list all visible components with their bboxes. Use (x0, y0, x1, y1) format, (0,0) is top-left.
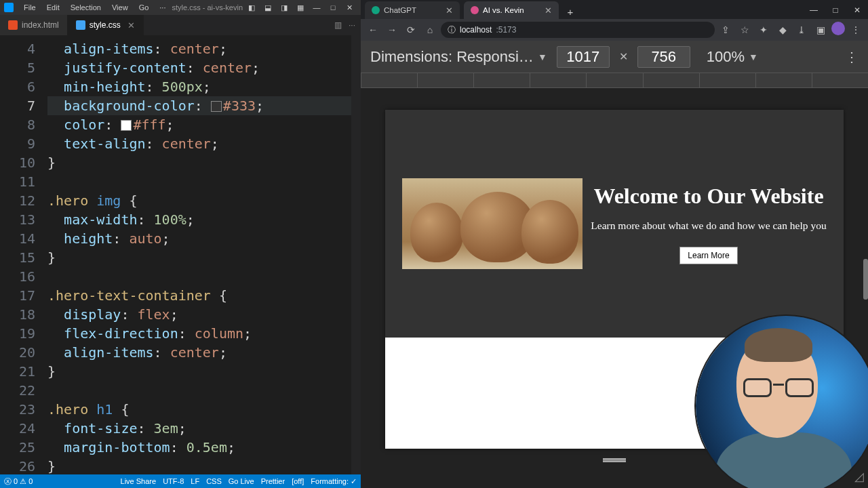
learn-more-button[interactable]: Learn More (679, 247, 737, 264)
chrome-close-icon[interactable]: ✕ (846, 1, 868, 19)
profile-avatar[interactable] (831, 22, 845, 35)
status-item[interactable]: [off] (292, 477, 304, 486)
editor-tab[interactable]: index.html (0, 15, 68, 35)
status-item[interactable]: UTF-8 (163, 477, 184, 486)
tab-label: index.html (22, 20, 59, 30)
dimensions-label[interactable]: Dimensions: Responsi… (370, 48, 534, 66)
line-number: 10 (0, 153, 35, 172)
minimize-icon[interactable]: ― (309, 1, 324, 14)
status-item[interactable]: CSS (206, 477, 222, 486)
status-item[interactable]: LF (191, 477, 199, 486)
code-line[interactable]: .hero img { (47, 191, 351, 210)
bookmark-icon[interactable]: ☆ (736, 22, 753, 38)
code-line[interactable]: } (47, 362, 351, 381)
devtools-resize-icon[interactable]: ◿ (854, 469, 864, 484)
code-line[interactable]: max-width: 100%; (47, 210, 351, 229)
code-line[interactable]: color: #fff; (47, 115, 351, 134)
code-line[interactable]: font-size: 3em; (47, 419, 351, 438)
line-number: 14 (0, 229, 35, 248)
menu-file[interactable]: File (19, 2, 41, 13)
forward-button[interactable]: → (384, 22, 400, 38)
code-line[interactable]: display: flex; (47, 305, 351, 324)
line-number: 9 (0, 134, 35, 153)
browser-tab[interactable]: ChatGPT✕ (365, 1, 460, 19)
code-line[interactable]: height: auto; (47, 229, 351, 248)
code-line[interactable]: flex-direction: column; (47, 324, 351, 343)
menu-view[interactable]: View (107, 2, 133, 13)
address-bar: ← → ⟳ ⌂ ⓘ localhost:5173 ⇪ ☆ ✦ ◆ ⤓ ▣ ⋮ (361, 19, 868, 41)
code-line[interactable]: } (47, 457, 351, 474)
code-line[interactable]: align-items: center; (47, 343, 351, 362)
url-path: :5173 (496, 25, 516, 35)
browser-tab[interactable]: AI vs. Kevin✕ (464, 1, 559, 19)
code-line[interactable]: } (47, 248, 351, 267)
home-button[interactable]: ⌂ (422, 22, 438, 38)
zoom-level[interactable]: 100% (707, 48, 745, 66)
editor-tab[interactable]: style.css✕ (68, 15, 144, 35)
menu-···[interactable]: ··· (155, 2, 170, 13)
status-item[interactable]: Prettier (261, 477, 285, 486)
chevron-down-icon[interactable]: ▼ (749, 52, 758, 62)
code-line[interactable]: align-items: center; (47, 39, 351, 58)
devtools-ruler (361, 73, 868, 88)
height-input[interactable] (637, 46, 690, 68)
close-icon[interactable]: ✕ (342, 1, 357, 14)
line-number: 18 (0, 305, 35, 324)
status-errors[interactable]: ⓧ 0 ⚠ 0 (4, 476, 33, 487)
menu-edit[interactable]: Edit (42, 2, 64, 13)
chrome-menu-icon[interactable]: ⋮ (848, 22, 864, 38)
menu-go[interactable]: Go (134, 2, 154, 13)
code-body[interactable]: align-items: center; justify-content: ce… (47, 35, 351, 474)
width-input[interactable] (557, 46, 610, 68)
menu-selection[interactable]: Selection (66, 2, 106, 13)
page-scrollbar[interactable] (863, 259, 868, 300)
line-number: 7 (0, 96, 35, 115)
code-line[interactable]: min-height: 500px; (47, 77, 351, 96)
code-line[interactable]: background-color: #333; (47, 96, 351, 115)
status-item[interactable]: Go Live (229, 477, 254, 486)
panel-right-icon[interactable]: ◨ (277, 1, 292, 14)
line-number: 19 (0, 324, 35, 343)
code-line[interactable] (47, 172, 351, 191)
share-icon[interactable]: ⇪ (717, 22, 734, 38)
tab-close-icon[interactable]: ✕ (545, 5, 552, 16)
code-line[interactable]: .hero-text-container { (47, 286, 351, 305)
new-tab-button[interactable]: + (563, 4, 578, 19)
split-editor-icon[interactable]: ▥ (334, 20, 342, 30)
extension-icon[interactable]: ◆ (774, 22, 791, 38)
more-actions-icon[interactable]: ··· (349, 20, 355, 30)
extensions-icon[interactable]: ✦ (755, 22, 772, 38)
resize-handle-icon[interactable] (603, 458, 626, 462)
back-button[interactable]: ← (365, 22, 381, 38)
devtools-menu-icon[interactable]: ⋮ (845, 49, 859, 65)
downloads-icon[interactable]: ⤓ (793, 22, 810, 38)
chrome-maximize-icon[interactable]: □ (825, 1, 846, 19)
maximize-icon[interactable]: □ (326, 1, 340, 14)
reload-button[interactable]: ⟳ (403, 22, 419, 38)
code-line[interactable]: justify-content: center; (47, 58, 351, 77)
code-editor[interactable]: 4567891011121314151617181920212223242526… (0, 35, 361, 474)
tab-close-icon[interactable]: ✕ (127, 20, 135, 30)
panel-bottom-icon[interactable]: ⬓ (260, 1, 275, 14)
layout-icon[interactable]: ▦ (293, 1, 308, 14)
line-number: 17 (0, 286, 35, 305)
chevron-down-icon[interactable]: ▼ (538, 52, 547, 62)
url-input[interactable]: ⓘ localhost:5173 (441, 22, 715, 38)
sidepanel-icon[interactable]: ▣ (812, 22, 829, 38)
minimap[interactable] (351, 35, 361, 474)
tab-title: ChatGPT (384, 6, 416, 14)
code-line[interactable]: .hero h1 { (47, 400, 351, 419)
site-info-icon[interactable]: ⓘ (448, 24, 456, 36)
code-line[interactable]: text-align: center; (47, 134, 351, 153)
tab-close-icon[interactable]: ✕ (446, 5, 453, 16)
code-line[interactable]: } (47, 153, 351, 172)
chrome-minimize-icon[interactable]: ― (803, 1, 825, 19)
line-number: 4 (0, 39, 35, 58)
status-item[interactable]: Live Share (121, 477, 157, 486)
panel-left-icon[interactable]: ◧ (244, 1, 259, 14)
file-icon (8, 20, 18, 30)
code-line[interactable]: margin-bottom: 0.5em; (47, 438, 351, 457)
code-line[interactable] (47, 267, 351, 286)
status-item[interactable]: Formatting: ✓ (311, 477, 357, 486)
code-line[interactable] (47, 381, 351, 400)
